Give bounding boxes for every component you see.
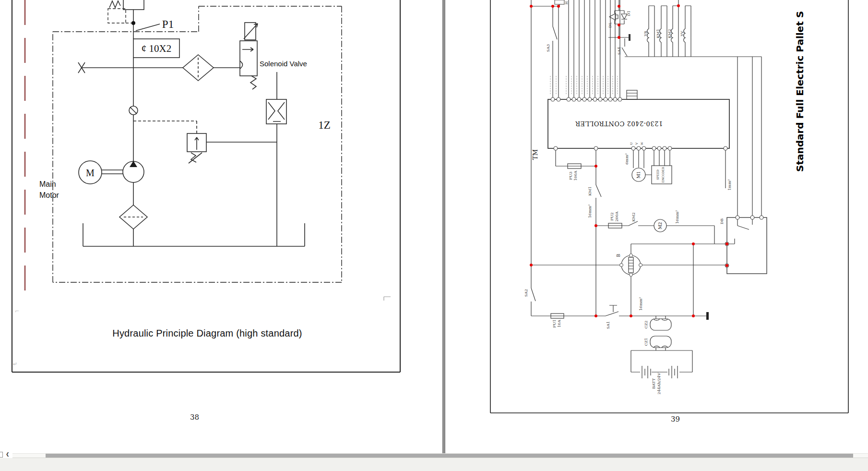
hydraulic-diagram: P1 ¢ 10X2 1Z Solenoid Valve Main Motor M: [0, 0, 442, 454]
solenoid-valve-body: [240, 41, 257, 76]
svg-text:ENCODER: ENCODER: [661, 167, 665, 182]
solenoid-spring: [250, 76, 256, 89]
label-w: W: [640, 142, 643, 145]
label-b: B: [616, 254, 621, 257]
collapse-chevron-icon: ❮: [6, 452, 10, 457]
terminal-micro-labels: [550, 76, 618, 95]
label-cz2: CZ2: [644, 321, 648, 329]
rectifier-b: [621, 255, 641, 275]
pdf-toolbar: 41 / 58 ▾: [0, 458, 868, 471]
label-sa3: SA3: [546, 44, 550, 52]
label-solenoid-valve: Solenoid Valve: [260, 60, 307, 68]
controller-label: 1230-2402 CONTROLLER: [575, 120, 663, 127]
page-39[interactable]: 1230-2402 CONTROLLER TM SA3 H DL D1 YB K…: [445, 0, 868, 454]
svg-text:100A: 100A: [573, 170, 578, 181]
page-39-side-title: Standard Full Electric Pallet S: [794, 11, 806, 172]
label-d1: D1: [627, 11, 631, 16]
label-pipe-size: ¢ 10X2: [142, 43, 171, 54]
label-fu1: FU1: [552, 319, 557, 327]
label-batt: BATT: [652, 378, 656, 389]
label-dl: DL: [608, 22, 612, 27]
junction-dots: [530, 4, 728, 317]
svg-text:244Ah/24V: 244Ah/24V: [657, 373, 661, 394]
label-motor: Motor: [39, 191, 59, 199]
label-wire1: 1mm²: [727, 179, 732, 190]
connector-cz2: [650, 319, 671, 330]
label-h: H: [564, 1, 569, 4]
ground-bar: [629, 34, 630, 41]
label-fu2: FU2: [610, 212, 614, 220]
label-main: Main: [39, 180, 56, 188]
stray-mark: ⌐: [15, 308, 19, 314]
nav-pane-toggle[interactable]: ❮: [0, 451, 12, 458]
page-number-38: 38: [190, 413, 199, 422]
label-sa4: SA4: [617, 47, 621, 55]
db-box: [727, 217, 767, 274]
label-wire6: 6mm²: [625, 153, 629, 164]
label-m1: M1: [636, 171, 641, 179]
battery-symbol: [631, 350, 692, 378]
page-number-39: 39: [671, 415, 680, 423]
stray-mark: ↵: [13, 361, 17, 367]
label-km2: KM2: [631, 212, 636, 221]
label-cz1: CZ1: [644, 338, 648, 346]
label-db: DB: [720, 218, 724, 224]
label-wire16: 16mm²: [588, 205, 592, 218]
page-38[interactable]: P1 ¢ 10X2 1Z Solenoid Valve Main Motor M…: [0, 0, 442, 454]
label-tm: TM: [532, 149, 539, 160]
pdf-viewer-window: P1 ¢ 10X2 1Z Solenoid Valve Main Motor M…: [0, 0, 868, 471]
label-v: V: [635, 142, 638, 145]
label-sa1: SA1: [606, 321, 610, 329]
label-1z: 1Z: [318, 119, 331, 131]
top-connector-box: [627, 90, 637, 99]
figure-caption: Hydraulic Principle Diagram (high standa…: [102, 328, 313, 339]
svg-text:16mm²: 16mm²: [675, 210, 679, 224]
hydraulic-lines: [78, 0, 305, 246]
unit-boundary-frame: [53, 6, 342, 282]
label-u: U: [630, 142, 633, 145]
svg-text:16mm²: 16mm²: [639, 297, 643, 311]
component-h-box: [555, 0, 564, 4]
label-km2-coil: KM2: [667, 29, 672, 38]
label-km1: KM1: [588, 186, 592, 195]
svg-text:200A: 200A: [615, 211, 619, 221]
document-canvas[interactable]: P1 ¢ 10X2 1Z Solenoid Valve Main Motor M…: [0, 0, 868, 454]
label-yb: YB: [643, 31, 648, 36]
label-yv: YV: [680, 31, 684, 36]
connector-cz1: [650, 336, 671, 348]
svg-text:10A: 10A: [557, 320, 561, 327]
junction-dot: [131, 21, 135, 25]
label-p1: P1: [162, 18, 174, 30]
label-sa2: SA2: [524, 289, 528, 297]
label-encoder: SPEED: [656, 169, 659, 180]
motor-m-glyph: M: [86, 168, 95, 178]
spring-symbol: [109, 1, 120, 8]
terminal-bar: [706, 312, 709, 320]
horizontal-scrollbar[interactable]: [0, 453, 868, 458]
relief-spring: [189, 153, 202, 163]
label-fu3: FU3: [569, 171, 573, 180]
nav-pane-icon: [0, 452, 3, 458]
label-km1-coil: KM1: [656, 29, 660, 38]
label-m2: M2: [658, 222, 663, 229]
throttle-valve-body: [266, 99, 286, 124]
horn-symbol: [609, 13, 618, 20]
